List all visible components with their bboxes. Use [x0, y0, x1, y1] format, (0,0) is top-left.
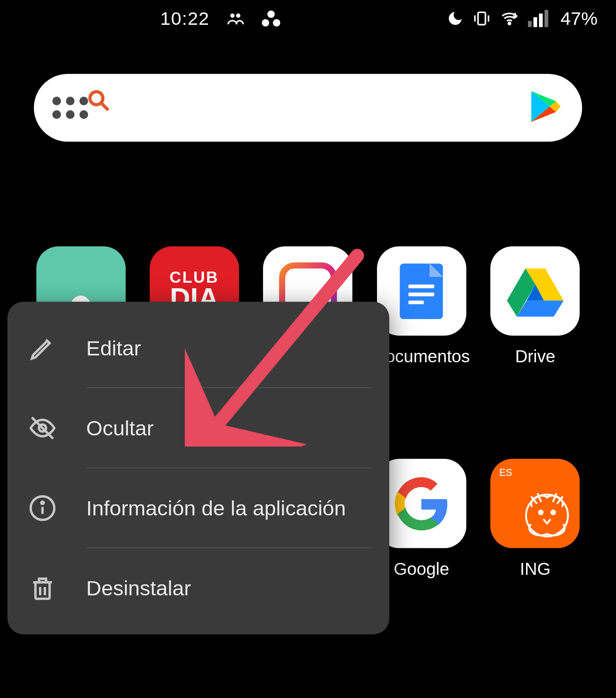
svg-line-11 [102, 104, 108, 110]
svg-point-1 [236, 13, 240, 18]
app-label-ing: ING [520, 559, 551, 579]
moon-icon [447, 10, 464, 27]
pencil-icon [24, 334, 62, 362]
app-label-google: Google [394, 559, 449, 579]
menu-item-info[interactable]: Información de la aplicación [7, 468, 389, 548]
menu-label-edit: Editar [86, 335, 141, 361]
people-icon [227, 10, 244, 27]
svg-point-10 [90, 92, 103, 105]
info-icon [24, 494, 62, 522]
search-bar[interactable] [34, 74, 582, 142]
app-label-drive: Drive [515, 347, 555, 367]
ing-badge: ES [499, 467, 512, 479]
eye-off-icon [24, 414, 62, 442]
svg-point-4 [273, 19, 280, 27]
svg-point-0 [230, 13, 234, 18]
menu-label-uninstall: Desinstalar [86, 575, 191, 601]
signal-icon [528, 10, 548, 27]
drive-icon [491, 246, 580, 336]
svg-point-8 [508, 22, 510, 24]
svg-point-22 [41, 502, 44, 504]
menu-label-hide: Ocultar [86, 415, 154, 441]
svg-point-2 [267, 10, 275, 18]
svg-point-3 [262, 19, 269, 27]
finder-icon [52, 97, 88, 119]
svg-point-16 [539, 511, 543, 515]
play-store-icon[interactable] [527, 88, 563, 127]
app-drive[interactable]: Drive [487, 246, 583, 367]
ing-icon: ES [491, 459, 580, 548]
vibrate-icon [472, 10, 491, 27]
status-time: 10:22 [160, 8, 209, 29]
context-menu: Editar Ocultar Información de la aplicac… [7, 302, 389, 635]
battery-percent: 47% [560, 8, 597, 29]
dots-icon [261, 10, 281, 27]
menu-label-info: Información de la aplicación [86, 495, 346, 521]
google-icon [377, 459, 466, 548]
search-icon [86, 87, 111, 113]
menu-item-hide[interactable]: Ocultar [7, 388, 389, 468]
wifi-icon [500, 10, 519, 27]
docs-icon [377, 246, 466, 336]
svg-point-17 [551, 511, 555, 515]
svg-rect-23 [36, 582, 50, 599]
trash-icon [24, 574, 62, 602]
menu-item-edit[interactable]: Editar [7, 308, 389, 388]
status-bar: 10:22 47% [0, 0, 616, 37]
menu-item-uninstall[interactable]: Desinstalar [7, 548, 389, 628]
app-ing[interactable]: ES [487, 459, 583, 579]
svg-rect-5 [478, 12, 485, 25]
